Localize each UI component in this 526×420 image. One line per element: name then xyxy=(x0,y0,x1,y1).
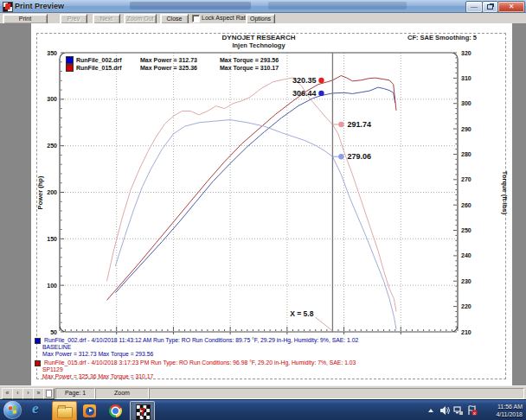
svg-text:100: 100 xyxy=(47,283,57,289)
svg-text:291.74: 291.74 xyxy=(347,120,371,129)
svg-text:150: 150 xyxy=(47,236,57,242)
svg-text:270: 270 xyxy=(461,176,471,182)
close-window-button[interactable]: ✕ xyxy=(497,1,525,13)
taskbar: e 7 x 11:56 AM 4/11/2018 xyxy=(0,399,526,420)
page-layout-button[interactable] xyxy=(43,388,55,399)
dyno-plot[interactable]: 5010015020025030035021022023024025026027… xyxy=(31,23,512,385)
dynojet-app-icon: 7 xyxy=(136,404,151,420)
svg-text:X = 5.8: X = 5.8 xyxy=(290,309,313,318)
svg-text:300: 300 xyxy=(461,100,471,106)
run-annotations: RunFile_002.drf - 4/10/2018 11:43:12 AM … xyxy=(35,337,502,382)
plot-legend: RunFile_002.drf Max Power = 312.73 Max T… xyxy=(66,56,299,72)
svg-text:320.35: 320.35 xyxy=(292,76,317,85)
page-indicator: Page: 1 xyxy=(55,388,95,399)
run-annotation: RunFile_015.drf - 4/10/2018 3:17:23 PM R… xyxy=(35,360,502,380)
run-info-line: RunFile_015.drf - 4/10/2018 3:17:23 PM R… xyxy=(44,360,356,366)
legend-swatch-blue xyxy=(66,56,74,64)
window-title: Print Preview xyxy=(15,2,64,10)
windows-explorer-icon xyxy=(57,407,73,418)
svg-text:230: 230 xyxy=(461,278,471,284)
svg-text:350: 350 xyxy=(47,50,57,56)
svg-text:210: 210 xyxy=(461,329,471,335)
svg-text:220: 220 xyxy=(461,303,471,309)
clock-date: 4/11/2018 xyxy=(474,410,523,418)
chrome-icon xyxy=(109,404,122,417)
app-icon xyxy=(3,2,13,12)
start-button[interactable] xyxy=(3,401,22,419)
taskbar-item-media-player[interactable] xyxy=(78,401,101,420)
redaction-smudge xyxy=(268,2,407,10)
legend-run-name: RunFile_015.drf xyxy=(76,65,140,71)
run-maxima: Max Power = 312.73 Max Torque = 293.56 xyxy=(42,351,502,358)
svg-text:200: 200 xyxy=(47,189,57,195)
legend-max-torque: Max Torque = 310.17 xyxy=(220,65,299,71)
svg-text:250: 250 xyxy=(47,143,57,149)
svg-text:Torque (ft-lbs): Torque (ft-lbs) xyxy=(501,171,509,215)
lock-aspect-ratio-label: Lock Aspect Ratio xyxy=(202,15,250,21)
svg-text:280: 280 xyxy=(461,151,471,157)
run-maxima: Max Power = 325.36 Max Torque = 310.17 xyxy=(42,373,502,380)
svg-text:Power (hp): Power (hp) xyxy=(36,175,44,209)
desktop: Print Preview — ✕ Print Prev Next Zoom O… xyxy=(0,0,526,420)
lock-aspect-ratio-checkbox[interactable] xyxy=(192,15,200,22)
taskbar-item-windows-explorer[interactable] xyxy=(52,401,77,420)
run-label: BASELINE xyxy=(42,344,502,351)
svg-text:306.44: 306.44 xyxy=(292,89,317,98)
svg-text:300: 300 xyxy=(47,96,57,102)
restore-icon xyxy=(487,4,493,10)
window-titlebar[interactable]: Print Preview — ✕ xyxy=(0,0,526,13)
network-icon[interactable] xyxy=(453,405,464,416)
redaction-smudge xyxy=(130,2,251,10)
run-swatch-red xyxy=(35,360,41,366)
svg-text:250: 250 xyxy=(461,227,471,233)
statusbar: « ‹ › » Page: 1 Zoom xyxy=(0,385,526,400)
media-player-icon xyxy=(83,404,96,417)
legend-max-torque: Max Torque = 293.56 xyxy=(220,57,299,63)
internet-explorer-icon: e xyxy=(32,400,39,417)
minimize-button[interactable]: — xyxy=(465,1,483,13)
svg-text:240: 240 xyxy=(461,252,471,258)
speaker-icon[interactable] xyxy=(439,405,450,416)
run-annotation: RunFile_002.drf - 4/10/2018 11:43:12 AM … xyxy=(35,337,502,358)
preview-page: DYNOJET RESEARCH Injen Technology CF: SA… xyxy=(31,23,512,385)
legend-row: RunFile_002.drf Max Power = 312.73 Max T… xyxy=(66,56,299,64)
run-swatch-blue xyxy=(35,338,41,344)
legend-max-power: Max Power = 312.73 xyxy=(140,57,220,63)
svg-text:260: 260 xyxy=(461,202,471,208)
hidden-icons-caret[interactable] xyxy=(426,405,436,416)
run-info-line: RunFile_002.drf - 4/10/2018 11:43:12 AM … xyxy=(44,337,358,344)
taskbar-clock[interactable]: 11:56 AM 4/11/2018 xyxy=(474,403,523,418)
windows-flag-icon xyxy=(9,405,16,414)
restore-button[interactable] xyxy=(482,1,498,13)
legend-swatch-red xyxy=(66,64,74,72)
statusbar-spacer xyxy=(149,388,524,399)
taskbar-item-chrome[interactable] xyxy=(104,401,127,420)
legend-run-name: RunFile_002.drf xyxy=(76,57,140,63)
zoom-indicator: Zoom xyxy=(95,388,149,399)
svg-text:279.06: 279.06 xyxy=(347,152,371,161)
preview-background: DYNOJET RESEARCH Injen Technology CF: SA… xyxy=(0,23,526,385)
taskbar-item-dynojet-active[interactable]: 7 xyxy=(130,401,155,420)
svg-text:320: 320 xyxy=(461,50,471,56)
legend-max-power: Max Power = 325.36 xyxy=(140,65,220,71)
svg-text:50: 50 xyxy=(50,329,57,335)
run-label: SP1129 xyxy=(42,366,502,373)
legend-row: RunFile_015.drf Max Power = 325.36 Max T… xyxy=(66,64,299,72)
page-icon xyxy=(46,390,52,398)
svg-text:290: 290 xyxy=(461,126,471,132)
taskbar-item-internet-explorer[interactable]: e xyxy=(26,401,49,420)
clock-time: 11:56 AM xyxy=(474,403,523,410)
svg-text:310: 310 xyxy=(461,75,471,81)
